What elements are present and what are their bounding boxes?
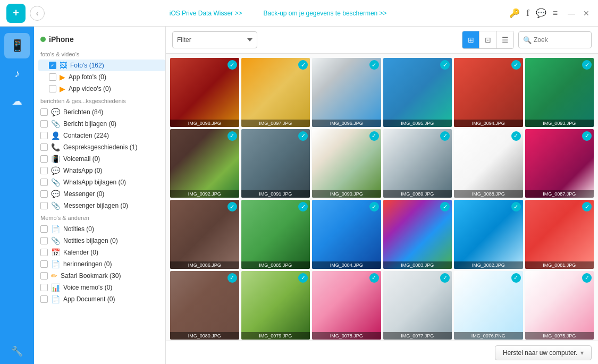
whatsapp-attach-icon: 📎: [51, 178, 60, 187]
sidebar-item-cloud[interactable]: ☁: [4, 88, 30, 114]
back-button[interactable]: ‹: [30, 6, 45, 21]
photo-cell[interactable]: ✓ IMG_0093.JPG: [525, 58, 594, 127]
messenger-bijlagen-label: Messenger bijlagen (0): [63, 202, 128, 209]
photo-cell[interactable]: ✓ IMG_0085.JPG: [241, 200, 310, 269]
photo-cell[interactable]: ✓ IMG_0080.JPG: [170, 271, 239, 340]
tree-item-app-videos[interactable]: ▶ App video's (0): [38, 83, 165, 95]
app-document-checkbox[interactable]: [40, 295, 48, 303]
close-button[interactable]: ✕: [581, 8, 592, 19]
medium-grid-view-button[interactable]: ⊡: [479, 31, 496, 48]
notities-checkbox[interactable]: [40, 225, 48, 233]
photo-cell[interactable]: ✓ IMG_0096.JPG: [312, 58, 381, 127]
photo-cell[interactable]: ✓ IMG_0097.JPG: [241, 58, 310, 127]
safari-checkbox[interactable]: [40, 272, 48, 280]
back-icon: ‹: [36, 9, 39, 18]
photo-label: IMG_0089.JPG: [383, 190, 452, 198]
tree-item-notities-bijlagen[interactable]: 📎 Notities bijlagen (0): [38, 235, 165, 247]
photo-check: ✓: [511, 273, 521, 283]
photo-cell[interactable]: ✓ IMG_0079.JPG: [241, 271, 310, 340]
chat-icon[interactable]: 💬: [536, 8, 546, 18]
tree-item-voicemail[interactable]: 📳 Voicemail (0): [38, 153, 165, 165]
sidebar-item-music[interactable]: ♪: [4, 61, 30, 86]
tree-item-notities[interactable]: 📄 Notities (0): [38, 223, 165, 235]
photo-cell[interactable]: ✓ IMG_0078.JPG: [312, 271, 381, 340]
photo-grid-container[interactable]: ✓ IMG_0098.JPG ✓ IMG_0097.JPG ✓ IMG_0096…: [166, 54, 598, 341]
restore-button[interactable]: Herstel naar uw computer. ▾: [495, 345, 592, 360]
menu-icon[interactable]: ≡: [553, 9, 558, 18]
photo-cell[interactable]: ✓ IMG_0095.JPG: [383, 58, 452, 127]
app-fotos-label: App foto's (0): [69, 73, 106, 81]
photo-cell[interactable]: ✓ IMG_0086.JPG: [170, 200, 239, 269]
section-memos: Memo's & anderen: [38, 211, 165, 223]
photo-cell[interactable]: ✓ IMG_0091.JPG: [241, 129, 310, 198]
tree-item-whatsapp-bijlagen[interactable]: 📎 WhatsApp bijlagen (0): [38, 176, 165, 188]
app-videos-icon: ▶: [60, 84, 65, 93]
ios-data-link[interactable]: iOS Prive Data Wisser >>: [170, 10, 242, 17]
tree-item-fotos[interactable]: ✓ 🖼 Foto's (162): [38, 60, 165, 71]
photo-cell[interactable]: ✓ IMG_0077.JPG: [383, 271, 452, 340]
tree-item-kalender[interactable]: 📅 Kalender (0): [38, 247, 165, 258]
photo-cell[interactable]: ✓ IMG_0094.JPG: [454, 58, 523, 127]
contacten-label: Contacten (224): [63, 132, 109, 139]
key-icon[interactable]: 🔑: [509, 8, 520, 18]
photo-cell[interactable]: ✓ IMG_0098.JPG: [170, 58, 239, 127]
photo-cell[interactable]: ✓ IMG_0083.JPG: [383, 200, 452, 269]
minimize-button[interactable]: —: [566, 8, 577, 19]
contacten-checkbox[interactable]: [40, 132, 48, 139]
list-icon: ☰: [502, 36, 509, 44]
photo-cell[interactable]: ✓ IMG_0092.JPG: [170, 129, 239, 198]
messenger-checkbox[interactable]: [40, 190, 48, 198]
tree-item-voice-memos[interactable]: 📊 Voice memo's (0): [38, 282, 165, 293]
tree-item-bericht-bijlagen[interactable]: 📎 Bericht bijlagen (0): [38, 118, 165, 130]
gesprekken-checkbox[interactable]: [40, 143, 48, 151]
photo-cell[interactable]: ✓ IMG_0087.JPG: [525, 129, 594, 198]
berichten-checkbox[interactable]: [40, 108, 48, 116]
facebook-icon[interactable]: f: [526, 9, 529, 18]
tree-item-gesprekken[interactable]: 📞 Gespreksgeschiedenis (1): [38, 141, 165, 153]
file-panel: iPhone foto's & video's ✓ 🖼 Foto's (162)…: [34, 27, 166, 364]
photo-cell[interactable]: ✓ IMG_0082.JPG: [454, 200, 523, 269]
backup-link[interactable]: Back-up om je gegevens te beschermen >>: [263, 10, 386, 17]
tree-item-app-document[interactable]: 📄 App Document (0): [38, 293, 165, 305]
photo-cell[interactable]: ✓ IMG_0088.JPG: [454, 129, 523, 198]
device-icon: 📱: [10, 39, 24, 53]
tree-item-messenger-bijlagen[interactable]: 📎 Messenger bijlagen (0): [38, 200, 165, 211]
herinneringen-checkbox[interactable]: [40, 260, 48, 268]
voicemail-checkbox[interactable]: [40, 155, 48, 163]
tree-item-contacten[interactable]: 👤 Contacten (224): [38, 130, 165, 141]
tree-item-messenger[interactable]: 💬 Messenger (0): [38, 188, 165, 200]
photo-label: IMG_0080.JPG: [170, 332, 239, 340]
photo-cell[interactable]: ✓ IMG_0089.JPG: [383, 129, 452, 198]
kalender-checkbox[interactable]: [40, 249, 48, 256]
voice-memos-checkbox[interactable]: [40, 284, 48, 291]
app-videos-checkbox[interactable]: [49, 85, 56, 92]
whatsapp-checkbox[interactable]: [40, 167, 48, 174]
app-fotos-checkbox[interactable]: [49, 73, 56, 81]
tree-item-berichten[interactable]: 💬 Berichten (84): [38, 106, 165, 118]
photo-cell[interactable]: ✓ IMG_0090.JPG: [312, 129, 381, 198]
photo-cell[interactable]: ✓ IMG_0084.JPG: [312, 200, 381, 269]
fotos-checkbox[interactable]: ✓: [49, 62, 56, 69]
whatsapp-bijlagen-checkbox[interactable]: [40, 179, 48, 186]
search-input[interactable]: [534, 36, 587, 44]
grid-view-button[interactable]: ⊞: [462, 31, 479, 48]
list-view-button[interactable]: ☰: [496, 31, 513, 48]
tree-item-herinneringen[interactable]: 📄 herinneringen (0): [38, 258, 165, 270]
sidebar-item-tools[interactable]: 🔧: [4, 338, 30, 364]
tree-item-whatsapp[interactable]: 💬 WhatsApp (0): [38, 165, 165, 176]
notities-bijlagen-checkbox[interactable]: [40, 237, 48, 244]
sidebar-item-device[interactable]: 📱: [4, 33, 30, 58]
tree-item-app-fotos[interactable]: ▶ App foto's (0): [38, 71, 165, 83]
photo-label: IMG_0087.JPG: [525, 190, 594, 198]
photo-cell[interactable]: ✓ IMG_0075.JPG: [525, 271, 594, 340]
filter-select[interactable]: Filter Alles Geselecteerd: [172, 31, 257, 48]
device-status-dot: [40, 37, 46, 42]
bericht-bijlagen-checkbox[interactable]: [40, 120, 48, 128]
messages-icon: 💬: [51, 108, 60, 116]
photo-cell[interactable]: ✓ IMG_0081.JPG: [525, 200, 594, 269]
photo-cell[interactable]: ✓ IMG_0076.PNG: [454, 271, 523, 340]
messenger-bijlagen-checkbox[interactable]: [40, 202, 48, 209]
tools-icon: 🔧: [11, 345, 23, 357]
photo-check: ✓: [582, 60, 592, 70]
tree-item-safari[interactable]: ✏ Safari Bookmark (30): [38, 270, 165, 282]
